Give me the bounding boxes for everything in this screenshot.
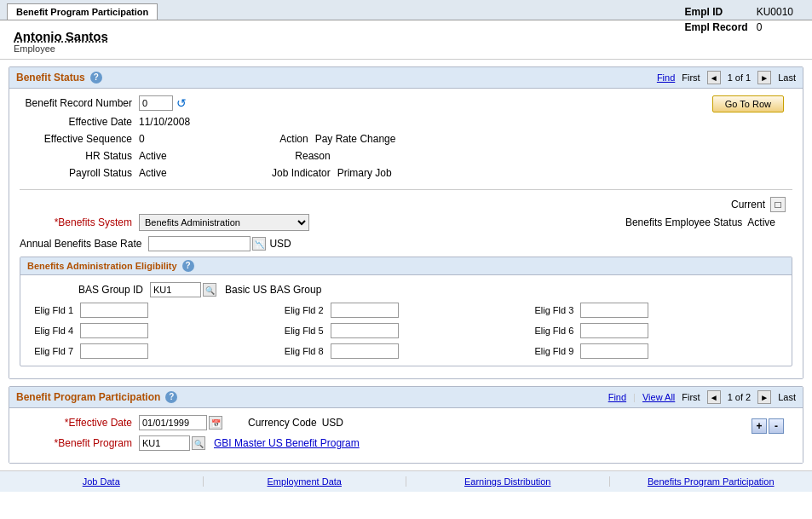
bpp-last[interactable]: Last [778,392,796,402]
go-to-row-button[interactable]: Go To Row [712,95,784,112]
benefit-status-last[interactable]: Last [778,72,796,83]
benefit-status-prev-btn[interactable]: ◄ [707,71,721,84]
benefit-status-first[interactable]: First [682,72,700,83]
action-label: Action [196,133,315,145]
calculator-icon[interactable]: 📉 [252,237,266,251]
bpp-effective-date-row: *Effective Date 📅 Currency Code USD [20,415,360,430]
bpp-find[interactable]: Find [608,392,626,402]
effective-seq-row: Effective Sequence 0 Action Pay Rate Cha… [20,133,395,145]
elig-fld-4-row: Elig Fld 4 [31,323,281,338]
effective-date-label: Effective Date [20,116,139,128]
benefits-admin-eligibility-section: Benefits Administration Eligibility ? BA… [20,257,792,366]
payroll-status-row: Payroll Status Active Job Indicator Prim… [20,167,395,179]
benefit-program-participation-section: Benefit Program Participation ? Find | V… [9,386,803,464]
annual-benefits-base-rate-input[interactable] [148,236,251,251]
benefit-status-header: Benefit Status ? Find First ◄ 1 of 1 ► L… [9,67,803,89]
bpp-benefit-program-input[interactable] [139,435,190,451]
benefit-record-number-row: Benefit Record Number ↺ [20,95,395,111]
benefit-status-page-info: 1 of 1 [728,72,752,83]
benefit-program-participation-tab[interactable]: Benefit Program Participation [7,3,158,20]
benefit-program-participation-header: Benefit Program Participation ? Find | V… [9,387,803,408]
benefits-employee-status-label: Benefits Employee Status [625,216,742,228]
benefit-record-number-input[interactable] [139,95,173,111]
empl-record-label: Empl Record [682,20,752,34]
bpp-effective-date-input[interactable] [139,415,207,430]
benefits-admin-eligibility-help-icon[interactable]: ? [182,260,194,272]
bpp-calendar-icon[interactable]: 📅 [209,416,222,430]
elig-fld-4-input[interactable] [80,323,148,338]
currency-code-label: Currency Code [248,417,317,429]
elig-fld-5-label: Elig Fld 5 [281,326,324,336]
benefit-program-participation-title: Benefit Program Participation [16,391,160,403]
elig-fld-5-row: Elig Fld 5 [281,323,532,338]
bottom-nav-job-data[interactable]: Job Data [0,476,204,487]
elig-fld-1-row: Elig Fld 1 [31,303,281,318]
benefit-status-nav: Find First ◄ 1 of 1 ► Last [657,71,796,84]
benefit-status-help-icon[interactable]: ? [90,72,102,84]
elig-fld-1-input[interactable] [80,303,148,318]
bas-group-id-label: BAS Group ID [31,284,150,296]
effective-seq-label: Effective Sequence [20,133,139,145]
benefit-status-next-btn[interactable]: ► [757,71,771,84]
bas-group-id-lookup-icon[interactable]: 🔍 [203,283,216,297]
bpp-benefit-program-row: *Benefit Program 🔍 GBI Master US Benefit… [20,435,360,451]
empl-record-value: 0 [753,20,797,34]
empl-id-value: KU0010 [753,5,797,19]
elig-fld-6-input[interactable] [580,323,648,338]
elig-fld-8-input[interactable] [331,343,399,359]
elig-fld-7-input[interactable] [80,343,148,359]
annual-benefits-base-rate-label: Annual Benefits Base Rate [20,238,148,250]
benefit-status-section: Benefit Status ? Find First ◄ 1 of 1 ► L… [9,66,803,379]
bpp-prev-btn[interactable]: ◄ [707,390,721,404]
elig-fld-2-input[interactable] [331,303,399,318]
hr-status-row: HR Status Active Reason [20,150,395,162]
current-row: Current □ [20,195,792,214]
current-label: Current [731,199,765,210]
benefits-employee-status-row: Benefits Employee Status Active [625,216,775,228]
elig-fld-7-row: Elig Fld 7 [31,343,281,359]
benefits-admin-eligibility-title: Benefits Administration Eligibility [27,261,177,271]
usd-label: USD [269,238,291,250]
refresh-icon[interactable]: ↺ [176,96,190,110]
elig-fld-2-label: Elig Fld 2 [281,305,324,315]
elig-fld-9-input[interactable] [580,343,648,359]
elig-fld-5-input[interactable] [331,323,399,338]
benefits-admin-eligibility-header: Benefits Administration Eligibility ? [20,257,792,275]
bottom-nav-earnings-distribution[interactable]: Earnings Distribution [406,476,610,487]
benefit-program-participation-nav: Find | View All First ◄ 1 of 2 ► Last [608,390,796,404]
elig-fld-3-label: Elig Fld 3 [531,305,573,315]
effective-seq-value: 0 [139,133,145,145]
payroll-status-value: Active [139,167,167,179]
delete-row-button[interactable]: - [769,418,784,434]
bpp-benefit-program-link[interactable]: GBI Master US Benefit Program [214,437,360,449]
elig-fld-3-input[interactable] [580,303,648,318]
reason-label: Reason [218,150,337,162]
elig-fld-1-label: Elig Fld 1 [31,305,73,315]
benefit-status-find[interactable]: Find [657,72,675,83]
elig-fld-8-label: Elig Fld 8 [281,346,324,356]
bpp-page-info: 1 of 2 [728,392,752,402]
job-indicator-label: Job Indicator [218,167,337,179]
bas-group-desc: Basic US BAS Group [225,284,321,296]
benefits-system-label: *Benefits System [20,216,139,228]
annual-benefits-base-rate-row: Annual Benefits Base Rate 📉 USD [20,236,792,251]
benefits-system-select[interactable]: Benefits Administration [139,214,309,231]
elig-fld-2-row: Elig Fld 2 [281,303,532,318]
effective-date-value: 11/10/2008 [139,116,190,128]
bottom-nav-benefits-program-participation[interactable]: Benefits Program Participation [610,476,813,487]
bottom-nav-employment-data[interactable]: Employment Data [204,476,407,487]
bas-group-id-row: BAS Group ID 🔍 Basic US BAS Group [31,282,781,297]
add-row-button[interactable]: + [752,418,767,434]
bpp-view-all[interactable]: View All [642,392,675,402]
elig-fld-9-row: Elig Fld 9 [531,343,781,359]
benefits-admin-eligibility-body: BAS Group ID 🔍 Basic US BAS Group Elig F… [20,275,792,366]
current-icon[interactable]: □ [770,197,786,212]
benefits-system-row: *Benefits System Benefits Administration [20,214,309,231]
bpp-next-btn[interactable]: ► [757,390,771,404]
bpp-first[interactable]: First [682,392,700,402]
bas-group-id-input[interactable] [150,282,201,297]
benefit-program-participation-body: *Effective Date 📅 Currency Code USD *Ben… [9,408,803,463]
bpp-benefit-program-lookup-icon[interactable]: 🔍 [192,436,205,450]
benefit-program-participation-help-icon[interactable]: ? [165,391,177,403]
person-name: Antonio Santos [14,29,108,43]
